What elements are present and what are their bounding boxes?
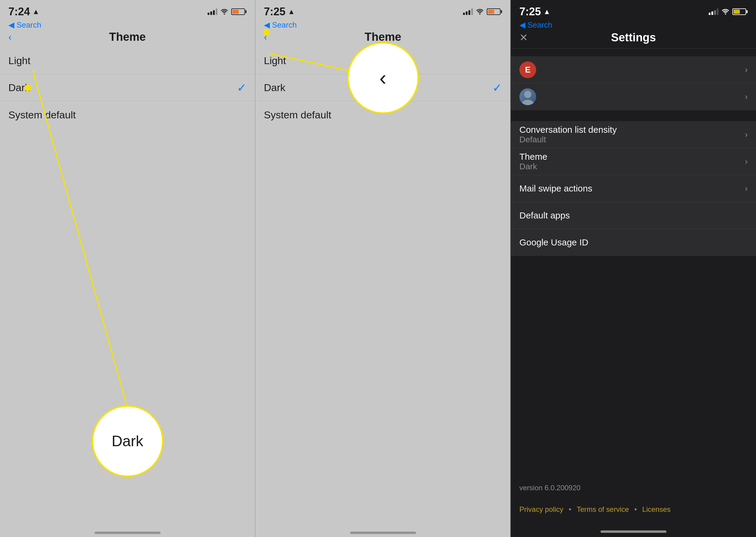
settings-signal: [709, 8, 719, 15]
annotation-circle-text-1: Dark: [112, 433, 143, 450]
settings-row-density-label: Conversation list density: [519, 125, 617, 135]
status-icons-2: [463, 8, 502, 15]
search-back-1[interactable]: ◀ Search: [8, 21, 41, 29]
annotation-circle-1: Dark: [92, 405, 164, 477]
home-indicator-1: [0, 522, 255, 537]
settings-location-icon: ▲: [543, 8, 550, 16]
dark-checkmark-1: ✓: [237, 81, 246, 94]
settings-search-back[interactable]: ◀ Search: [519, 21, 552, 29]
account-row-img[interactable]: ›: [511, 83, 756, 110]
settings-status-icons: [709, 8, 748, 15]
panel1: 7:24 ▲ ◀ Search ‹ Theme: [0, 0, 255, 537]
settings-time: 7:25: [519, 5, 541, 18]
dark-checkmark-2: ✓: [492, 81, 502, 94]
battery-1: [231, 8, 246, 15]
settings-home-indicator: [511, 522, 756, 537]
settings-row-usage-id-label: Google Usage ID: [519, 237, 633, 248]
settings-links: Privacy policy • Terms of service • Lice…: [519, 505, 748, 514]
settings-gap-1: [511, 49, 756, 53]
settings-row-default-apps[interactable]: Default apps: [511, 202, 756, 229]
link-sep-1: •: [569, 505, 571, 514]
settings-footer: version 6.0.200920: [511, 476, 756, 505]
accounts-section: E › ›: [511, 56, 756, 110]
settings-row-theme[interactable]: Theme Dark ›: [511, 148, 756, 175]
licenses-link[interactable]: Licenses: [642, 505, 671, 514]
settings-home-bar: [601, 530, 666, 533]
account-row-e[interactable]: E ›: [511, 56, 756, 83]
settings-row-density[interactable]: Conversation list density Default ›: [511, 121, 756, 148]
nav-bar-1: ‹ Theme: [0, 31, 255, 47]
settings-row-density-value: Default: [519, 135, 613, 145]
theme-label-light-1: Light: [8, 55, 30, 66]
battery-2: [487, 8, 502, 15]
back-button-2[interactable]: ‹: [264, 31, 267, 43]
theme-item-system-1[interactable]: System default: [0, 101, 255, 128]
annotation-dot-2: [263, 29, 270, 36]
wifi-icon-1: [220, 9, 228, 15]
panel3: 7:25 ▲ ◀ Search ✕ Settings: [510, 0, 756, 537]
settings-nav-title: Settings: [611, 31, 656, 44]
density-chevron: ›: [745, 130, 748, 139]
settings-status-bar: 7:25 ▲: [511, 0, 756, 21]
settings-row-swipe[interactable]: Mail swipe actions ›: [511, 175, 756, 202]
theme-label-dark-2: Dark: [264, 82, 285, 94]
settings-gap-2: [511, 113, 756, 118]
theme-item-dark-1[interactable]: Dark ✓: [0, 74, 255, 101]
privacy-policy-link[interactable]: Privacy policy: [519, 505, 563, 514]
settings-row-usage-id[interactable]: Google Usage ID: [511, 229, 756, 256]
settings-row-theme-label: Theme: [519, 152, 547, 162]
status-time-1: 7:24: [8, 5, 30, 18]
home-indicator-2: [255, 522, 510, 537]
panel2: 7:25 ▲ ◀ Search ‹ Theme: [255, 0, 510, 537]
swipe-chevron: ›: [745, 184, 748, 193]
settings-row-theme-value: Dark: [519, 162, 543, 171]
location-icon-1: ▲: [32, 8, 40, 16]
settings-nav: ✕ Settings: [511, 31, 756, 49]
back-chevron-1: ‹: [8, 31, 12, 43]
annotation-circle-text-2: ‹: [380, 66, 386, 90]
settings-row-swipe-label: Mail swipe actions: [519, 184, 632, 193]
settings-version: version 6.0.200920: [519, 484, 748, 492]
theme-label-system-1: System default: [8, 109, 76, 121]
status-time-2: 7:25: [264, 5, 285, 18]
settings-row-default-apps-label: Default apps: [519, 210, 633, 221]
svg-point-3: [522, 100, 534, 105]
status-icons-1: [208, 8, 246, 15]
theme-list-2: Light Dark ✓ System default: [255, 47, 510, 522]
settings-wifi-icon: [722, 9, 729, 15]
home-bar-2: [350, 532, 416, 534]
account-avatar-e: E: [519, 62, 536, 78]
close-button[interactable]: ✕: [519, 31, 528, 43]
settings-rows-section: Conversation list density Default › Them…: [511, 121, 756, 256]
nav-title-2: Theme: [364, 30, 401, 43]
svg-point-2: [524, 91, 531, 98]
settings-battery: [732, 8, 748, 15]
annotation-dot-1: [24, 85, 31, 91]
signal-bars-2: [463, 8, 473, 15]
nav-title-1: Theme: [109, 30, 146, 43]
theme-item-light-1[interactable]: Light: [0, 47, 255, 74]
theme-chevron: ›: [745, 157, 748, 166]
account-avatar-img: [519, 88, 536, 105]
annotation-circle-2: ‹: [347, 42, 419, 114]
status-bar-2: 7:25 ▲: [255, 0, 510, 21]
account-e-chevron: ›: [745, 65, 748, 75]
signal-bars-1: [208, 8, 217, 15]
terms-link[interactable]: Terms of service: [577, 505, 629, 514]
theme-label-system-2: System default: [264, 109, 331, 121]
status-bar-1: 7:24 ▲: [0, 0, 255, 21]
location-icon-2: ▲: [288, 8, 295, 16]
home-bar-1: [94, 532, 161, 534]
theme-label-light-2: Light: [264, 55, 286, 66]
link-sep-2: •: [634, 505, 637, 514]
back-button-1[interactable]: ‹: [8, 31, 12, 43]
account-img-chevron: ›: [745, 92, 748, 102]
wifi-icon-2: [476, 9, 484, 15]
search-back-2[interactable]: ◀ Search: [264, 21, 297, 29]
